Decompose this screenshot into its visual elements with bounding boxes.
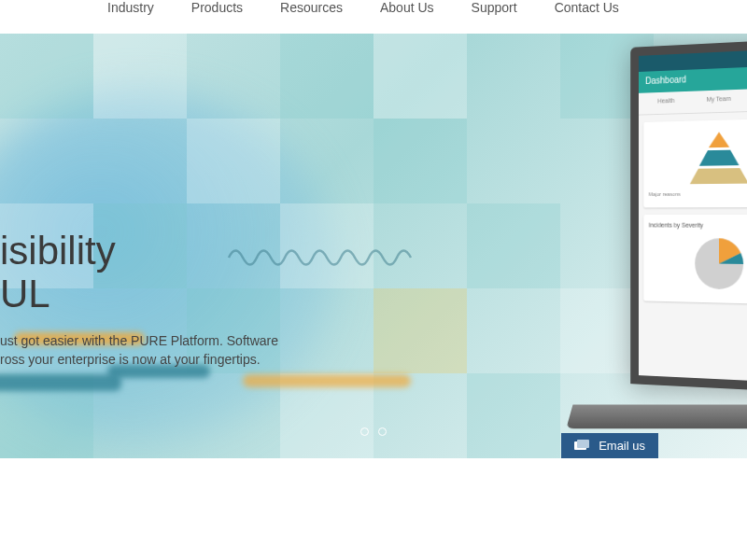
pyramid-chart <box>676 126 747 191</box>
laptop-screen: Dashboard Health My Team Safety Major re… <box>630 38 747 393</box>
svg-marker-2 <box>690 168 747 184</box>
svg-marker-0 <box>709 132 729 147</box>
hero-banner: isibility UL ust got easier with the PUR… <box>0 34 747 458</box>
nav-item-industry[interactable]: Industry <box>107 0 154 15</box>
chart-card-pie: Incidents by Severity Observations Major… <box>643 215 747 305</box>
accent-stripe <box>0 374 121 391</box>
carousel-dots <box>360 427 387 436</box>
svg-rect-5 <box>577 440 589 448</box>
nav-item-about[interactable]: About Us <box>380 0 434 15</box>
carousel-dot-2[interactable] <box>378 427 387 436</box>
pyramid-label: Major reasons <box>649 190 747 197</box>
email-us-widget[interactable]: Email us <box>561 433 658 458</box>
pie-chart <box>689 231 747 296</box>
nav-item-support[interactable]: Support <box>472 0 517 15</box>
screen-tab-health: Health <box>657 97 674 108</box>
hero-title: isibility UL <box>0 230 278 315</box>
hero-title-line2: UL <box>0 272 50 315</box>
email-us-label: Email us <box>599 439 645 453</box>
nav-item-resources[interactable]: Resources <box>280 0 343 15</box>
hero-desc-line1: ust got easier with the PURE Platform. S… <box>0 333 278 348</box>
pie-title: Incidents by Severity <box>649 222 747 229</box>
hero-desc-line2: ross your enterprise is now at your fing… <box>0 352 261 367</box>
chart-card-pyramid: Major reasons <box>643 118 747 207</box>
laptop-mockup: Dashboard Health My Team Safety Major re… <box>542 38 747 458</box>
chat-icon <box>574 440 589 453</box>
main-nav: Industry Products Resources About Us Sup… <box>0 0 747 34</box>
nav-item-contact[interactable]: Contact Us <box>555 0 619 15</box>
hero-description: ust got easier with the PURE Platform. S… <box>0 332 278 369</box>
hero-text-block: isibility UL ust got easier with the PUR… <box>0 230 278 370</box>
svg-marker-1 <box>699 150 740 166</box>
nav-item-products[interactable]: Products <box>191 0 243 15</box>
laptop-base <box>566 404 747 428</box>
screen-tab-myteam: My Team <box>707 95 731 107</box>
hero-title-line1: isibility <box>0 229 116 273</box>
carousel-dot-1[interactable] <box>360 427 369 436</box>
accent-stripe <box>243 374 411 387</box>
